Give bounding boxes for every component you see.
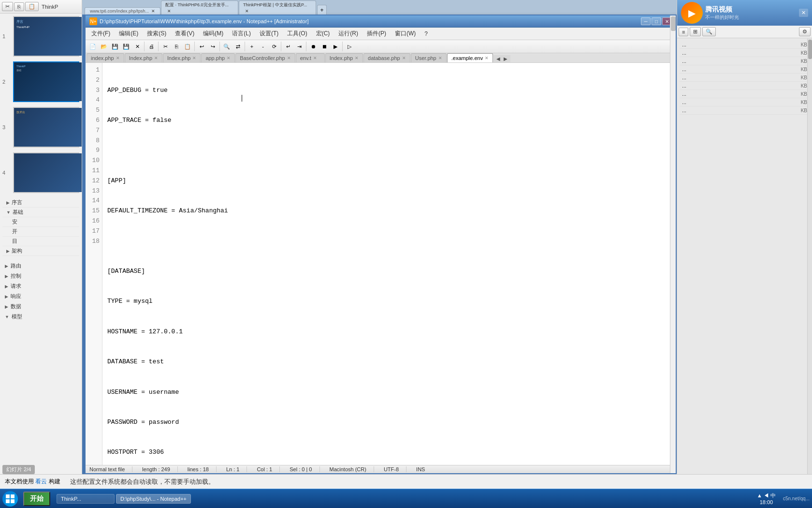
menu-settings[interactable]: 设置(T)	[256, 29, 282, 39]
new-tab-btn[interactable]: +	[317, 5, 327, 15]
toolbar-macro-record[interactable]: ⏺	[308, 41, 319, 52]
toolbar-macro-stop[interactable]: ⏹	[319, 41, 330, 52]
tab-index-php-3[interactable]: Index.php ✕	[163, 53, 201, 62]
toolbar-find[interactable]: 🔍	[221, 41, 232, 52]
toolbar-zoom-out[interactable]: -	[258, 41, 268, 52]
menu-tools[interactable]: 工具(O)	[283, 29, 311, 39]
outline-item-arch[interactable]: ▶ 架构	[2, 246, 79, 256]
toolbar-undo[interactable]: ↩	[196, 41, 207, 52]
toolbar-run-script[interactable]: ▷	[344, 41, 355, 52]
outline-item-basic[interactable]: ▼ 基础	[2, 208, 79, 217]
panel-search-btn[interactable]: 🔍	[702, 27, 716, 36]
sidebar-btn-cut[interactable]: ✂	[2, 2, 13, 11]
panel-list-btn[interactable]: ≡	[679, 28, 688, 36]
tab-scroll-right[interactable]: ▶	[502, 55, 509, 62]
file-item-1[interactable]: ... KB	[680, 41, 810, 49]
restore-btn[interactable]: □	[652, 17, 661, 25]
panel-close-btn[interactable]: ✕	[799, 9, 808, 17]
file-item-4[interactable]: ... KB	[680, 65, 810, 74]
menu-window[interactable]: 窗口(W)	[391, 29, 420, 39]
toolbar-save-all[interactable]: 💾	[121, 41, 131, 52]
minimize-btn[interactable]: ─	[641, 17, 651, 25]
toolbar-open[interactable]: 📂	[99, 41, 109, 52]
menu-edit[interactable]: 编辑(E)	[115, 29, 142, 39]
tab-index-php-1[interactable]: index.php ✕	[87, 53, 124, 62]
file-item-5[interactable]: ... KB	[680, 74, 810, 82]
tab-scroll-left[interactable]: ◀	[495, 55, 502, 62]
menu-search[interactable]: 搜索(S)	[143, 29, 170, 39]
panel-scrollbar[interactable]	[807, 39, 812, 474]
outline-item-preface[interactable]: ▶ 序言	[2, 198, 79, 208]
tab-app-php[interactable]: app.php ✕	[201, 53, 235, 62]
menu-plugins[interactable]: 插件(P)	[363, 29, 390, 39]
menu-file[interactable]: 文件(F)	[87, 29, 114, 39]
slide-item-3[interactable]: 3 技术出	[2, 107, 79, 148]
tab-example-env[interactable]: .example.env ✕	[447, 53, 493, 62]
file-item-8[interactable]: ... KB	[680, 98, 810, 106]
menu-macro[interactable]: 宏(C)	[312, 29, 334, 39]
menu-view[interactable]: 查看(V)	[171, 29, 198, 39]
status-eol: Macintosh (CR)	[330, 466, 366, 472]
toolbar-redo[interactable]: ↪	[207, 41, 218, 52]
toolbar-paste[interactable]: 📋	[182, 41, 193, 52]
file-item-9[interactable]: ... KB	[680, 106, 810, 115]
menu-encode[interactable]: 编码(M)	[199, 29, 227, 39]
bottom-main-text: 这些配置文件系统都会自动读取，不需要手动加载。	[70, 478, 215, 486]
windows-logo[interactable]	[2, 491, 18, 507]
nav-item-data[interactable]: ▶ 数据	[2, 301, 79, 312]
toolbar-wrap[interactable]: ↵	[283, 41, 293, 52]
toolbar-zoom-in[interactable]: +	[246, 41, 257, 52]
sidebar-title-label: ThinkP	[40, 3, 60, 11]
file-item-7[interactable]: ... KB	[680, 90, 810, 98]
tab-env-t[interactable]: env.t ✕	[296, 53, 325, 62]
outline-item-install[interactable]: 安	[2, 217, 79, 227]
toolbar-close[interactable]: ✕	[132, 41, 143, 52]
tab-database-php[interactable]: database.php ✕	[363, 53, 410, 62]
menu-language[interactable]: 语言(L)	[228, 29, 255, 39]
editor-scrollbar[interactable]	[670, 63, 676, 465]
toolbar-replace[interactable]: ⇄	[232, 41, 243, 52]
sidebar-btn-paste[interactable]: 📋	[25, 2, 39, 11]
notepad-toolbar: 📄 📂 💾 💾 ✕ 🖨 ✂ ⎘ 📋 ↩ ↪ 🔍 ⇄ + - ⟳ ↵ ⇥	[86, 40, 676, 53]
file-item-6[interactable]: ... KB	[680, 82, 810, 90]
slide-item-2[interactable]: 2 ThinkP 基础	[2, 61, 79, 102]
toolbar-save[interactable]: 💾	[110, 41, 120, 52]
panel-settings-btn[interactable]: ⚙	[799, 27, 811, 36]
file-item-2[interactable]: ... KB	[680, 49, 810, 57]
bottom-link[interactable]: 看云	[35, 478, 47, 485]
browser-tab-2[interactable]: 配置 · ThinkPHP6.0完全开发手... ✕	[161, 0, 238, 15]
panel-grid-btn[interactable]: ⊞	[690, 27, 701, 36]
taskbar-item-thinkp[interactable]: ThinkP...	[57, 494, 115, 504]
code-editor[interactable]: APP_DEBUG = true APP_TRACE = false [APP]…	[102, 63, 676, 465]
outline-item-dir[interactable]: 目	[2, 237, 79, 246]
slide-item-1[interactable]: 1 序言 ThinkPHP	[2, 16, 79, 57]
main-area: www.tp6.com/index.php/tpsh... ✕ 配置 · Thi…	[82, 0, 812, 474]
nav-item-request[interactable]: ▶ 请求	[2, 281, 79, 291]
tab-index-php-4[interactable]: Index.php ✕	[325, 53, 363, 62]
taskbar-item-notepad[interactable]: D:\phpStudy\... - Notepad++	[116, 494, 191, 504]
tab-base-controller[interactable]: BaseController.php ✕	[235, 53, 295, 62]
status-length: length : 249	[142, 466, 170, 472]
file-item-3[interactable]: ... KB	[680, 57, 810, 65]
toolbar-print[interactable]: 🖨	[146, 41, 157, 52]
nav-item-response[interactable]: ▶ 响应	[2, 291, 79, 301]
toolbar-new[interactable]: 📄	[87, 41, 98, 52]
toolbar-indent[interactable]: ⇥	[294, 41, 304, 52]
nav-item-model[interactable]: ▼ 模型	[2, 312, 79, 322]
slide-item-4[interactable]: 4	[2, 152, 79, 193]
menu-run[interactable]: 运行(R)	[334, 29, 362, 39]
sidebar-btn-copy[interactable]: ⎘	[14, 2, 24, 11]
toolbar-macro-play[interactable]: ▶	[330, 41, 341, 52]
toolbar-sync[interactable]: ⟳	[269, 41, 279, 52]
nav-item-route[interactable]: ▶ 路由	[2, 261, 79, 271]
toolbar-cut[interactable]: ✂	[160, 41, 171, 52]
tab-index-php-2[interactable]: Index.php ✕	[125, 53, 162, 62]
outline-item-dev[interactable]: 开	[2, 227, 79, 237]
start-button[interactable]: 开始	[23, 492, 50, 506]
nav-item-control[interactable]: ▶ 控制	[2, 271, 79, 281]
tab-user-php[interactable]: User.php ✕	[411, 53, 447, 62]
browser-tab-1[interactable]: www.tp6.com/index.php/tpsh... ✕	[85, 7, 160, 15]
menu-help[interactable]: ?	[420, 30, 432, 38]
browser-tab-3[interactable]: ThinkPHP框架 | 中文最佳实践P... ✕	[239, 0, 316, 15]
toolbar-copy[interactable]: ⎘	[171, 41, 182, 52]
